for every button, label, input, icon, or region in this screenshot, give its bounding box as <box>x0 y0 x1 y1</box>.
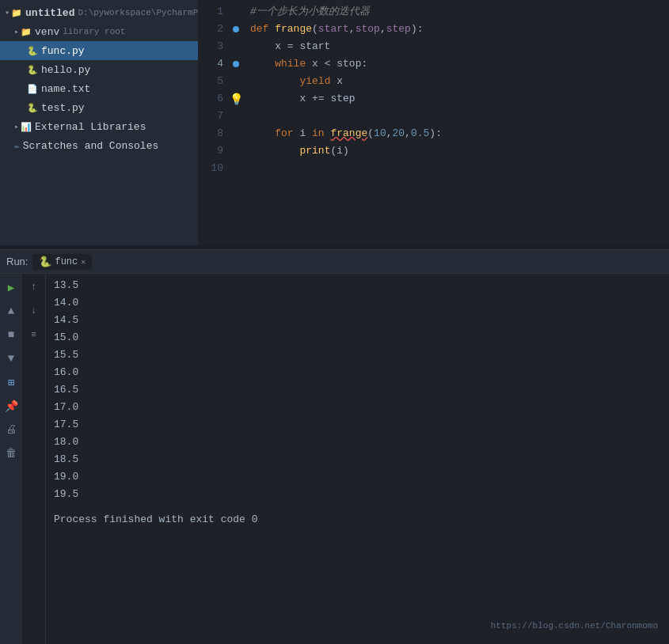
gutter-10 <box>228 160 244 177</box>
scratches-label: Scratches and Consoles <box>23 140 159 152</box>
bulb-icon[interactable]: 💡 <box>230 93 243 106</box>
watermark: https://blog.csdn.net/Charonmomo <box>491 617 658 635</box>
output-area: 13.5 14.0 14.5 15.0 15.5 16.0 16.5 17.0 … <box>46 274 669 644</box>
run-scroll-down-button[interactable]: ↓ <box>25 302 43 320</box>
gutter-5 <box>228 73 244 90</box>
line9-fn-print: print <box>299 142 330 160</box>
editor-area: 1 2 3 4 5 6 7 8 9 10 <box>198 0 669 245</box>
close-tab-icon[interactable]: ✕ <box>81 257 86 267</box>
gutter-4 <box>228 55 244 73</box>
venv-folder-icon: 📁 <box>21 27 32 37</box>
libs-icon: 📊 <box>21 122 32 132</box>
code-line-8: for i in frange(10,20,0.5): <box>250 125 669 142</box>
line-num-6: 6 <box>203 90 223 108</box>
func-py-label: func.py <box>41 45 85 57</box>
name-txt-label: name.txt <box>41 83 90 95</box>
line2-fn-frange: frange <box>275 21 312 38</box>
output-15.0: 15.0 <box>54 329 661 347</box>
sidebar-item-venv[interactable]: 📁 venv library root <box>0 22 198 41</box>
line2-kw-def: def <box>250 21 275 38</box>
run-delete-button[interactable]: 🗑 <box>2 445 20 462</box>
line5-kw-yield: yield <box>299 73 330 90</box>
run-header: Run: 🐍 func ✕ <box>0 250 669 274</box>
line8-fn-frange: frange <box>330 125 367 142</box>
line1-comment: #一个步长为小数的迭代器 <box>250 3 370 21</box>
run-down-button[interactable]: ▼ <box>2 350 20 367</box>
sidebar-item-hello-py[interactable]: 🐍 hello.py <box>0 60 198 79</box>
run-stop-button[interactable]: ■ <box>2 326 20 343</box>
output-19.5: 19.5 <box>54 486 661 503</box>
gutter: 💡 <box>228 0 244 180</box>
py-icon-hello: 🐍 <box>27 65 38 75</box>
line-num-1: 1 <box>203 3 223 21</box>
gutter-1 <box>228 3 244 21</box>
code-line-10 <box>250 160 669 177</box>
gutter-2 <box>228 21 244 38</box>
sidebar-item-external-libs[interactable]: 📊 External Libraries <box>0 117 198 136</box>
code-line-1: #一个步长为小数的迭代器 <box>250 3 669 21</box>
line-num-4: 4 <box>203 55 223 73</box>
test-py-label: test.py <box>41 102 85 114</box>
venv-sublabel: library root <box>63 27 125 36</box>
line-num-3: 3 <box>203 38 223 55</box>
sidebar-item-func-py[interactable]: 🐍 func.py <box>0 41 198 60</box>
output-16.5: 16.5 <box>54 381 661 399</box>
line2-paren: ( <box>312 21 318 38</box>
hello-py-label: hello.py <box>41 64 90 76</box>
run-label: Run: <box>6 256 28 267</box>
code-line-2: def frange(start,stop,step): <box>250 21 669 38</box>
scratch-icon: ✏️ <box>14 141 20 151</box>
line-num-5: 5 <box>203 73 223 90</box>
code-line-5: yield x <box>250 73 669 90</box>
sidebar-item-project[interactable]: 📁 untitled D:\pyworkspace\PycharmProj <box>0 3 198 22</box>
bookmark-dot-4 <box>233 61 239 67</box>
code-line-6: x += step <box>250 90 669 108</box>
output-16.0: 16.0 <box>54 364 661 381</box>
venv-label: venv <box>35 26 59 38</box>
run-print-button[interactable]: 🖨 <box>2 421 20 438</box>
gutter-3 <box>228 38 244 55</box>
sidebar-item-name-txt[interactable]: 📄 name.txt <box>0 79 198 98</box>
gutter-7 <box>228 108 244 125</box>
output-18.5: 18.5 <box>54 451 661 468</box>
process-finished-msg: Process finished with exit code 0 <box>54 511 661 528</box>
gutter-8 <box>228 125 244 142</box>
run-body: ▶ ▲ ■ ▼ ⊞ 📌 🖨 🗑 ↑ ↓ ≡ 13.5 14.0 14.5 15.… <box>0 274 669 644</box>
arrow-right-libs-icon <box>14 122 19 131</box>
sidebar-item-test-py[interactable]: 🐍 test.py <box>0 98 198 117</box>
run-up-button[interactable]: ▲ <box>2 302 20 320</box>
code-line-4: while x < stop: <box>250 55 669 73</box>
bookmark-dot-2 <box>233 26 239 32</box>
run-play-button[interactable]: ▶ <box>2 278 20 296</box>
output-14.5: 14.5 <box>54 312 661 329</box>
line4-kw-while: while <box>275 55 306 73</box>
run-tab-python-icon: 🐍 <box>39 256 51 268</box>
output-17.0: 17.0 <box>54 399 661 416</box>
output-17.5: 17.5 <box>54 416 661 434</box>
code-line-3: x = start <box>250 38 669 55</box>
external-libs-label: External Libraries <box>35 121 146 133</box>
project-label: untitled <box>25 7 74 19</box>
sidebar: 📁 untitled D:\pyworkspace\PycharmProj 📁 … <box>0 0 198 245</box>
run-tab-func[interactable]: 🐍 func ✕ <box>32 254 92 270</box>
line8-kw-in: in <box>312 125 325 142</box>
run-wrap-button[interactable]: ≡ <box>25 326 43 343</box>
line-num-10: 10 <box>203 160 223 177</box>
run-secondary-toolbar: ↑ ↓ ≡ <box>22 274 46 644</box>
run-layout-button[interactable]: ⊞ <box>2 373 20 391</box>
line8-kw-for: for <box>275 125 293 142</box>
code-editor[interactable]: #一个步长为小数的迭代器 def frange(start,stop,step)… <box>244 0 669 245</box>
line-numbers: 1 2 3 4 5 6 7 8 9 10 <box>198 0 228 180</box>
output-18.0: 18.0 <box>54 434 661 451</box>
output-15.5: 15.5 <box>54 347 661 364</box>
output-19.0: 19.0 <box>54 468 661 486</box>
txt-icon: 📄 <box>27 84 38 94</box>
code-line-7 <box>250 108 669 125</box>
output-14.0: 14.0 <box>54 294 661 312</box>
run-pin-button[interactable]: 📌 <box>2 397 20 415</box>
run-panel: Run: 🐍 func ✕ ▶ ▲ ■ ▼ ⊞ 📌 🖨 🗑 ↑ ↓ ≡ 13 <box>0 249 669 644</box>
gutter-9 <box>228 142 244 160</box>
run-scroll-up-button[interactable]: ↑ <box>25 278 43 296</box>
sidebar-item-scratches[interactable]: ✏️ Scratches and Consoles <box>0 136 198 155</box>
gutter-6: 💡 <box>228 90 244 108</box>
